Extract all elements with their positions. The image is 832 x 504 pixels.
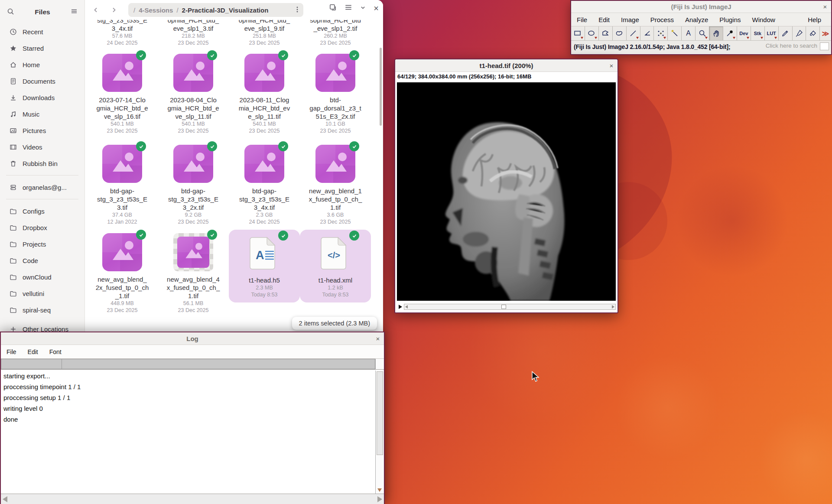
sidebar-item-vellutini[interactable]: vellutini xyxy=(3,285,81,302)
dev-tool[interactable]: Dev xyxy=(737,26,751,40)
menu-process[interactable]: Process xyxy=(645,16,679,23)
chevron-down-icon[interactable] xyxy=(360,4,366,12)
mri-image-canvas[interactable] xyxy=(397,82,616,301)
scroll-right-icon[interactable] xyxy=(377,496,382,502)
sidebar-item-dropbox[interactable]: Dropbox xyxy=(3,219,81,236)
imagej-titlebar[interactable]: (Fiji Is Just) ImageJ × xyxy=(571,0,831,13)
log-menu-font[interactable]: Font xyxy=(44,348,67,355)
close-window-icon[interactable]: × xyxy=(374,5,379,12)
file-item[interactable]: 2023-08-04_Clo gmia_HCR_btd_e ve_slp_11.… xyxy=(158,54,229,134)
file-item[interactable]: sophila_HCR_btd _eve_slp1_2.tif 260.2 MB… xyxy=(300,20,371,46)
files-scrollbar[interactable] xyxy=(380,48,382,126)
sync-check-badge xyxy=(278,231,288,241)
file-item-selected[interactable]: A t1-head.h5 2.3 MB Today 8:53 xyxy=(229,230,300,302)
scroll-right-icon[interactable] xyxy=(612,305,614,309)
breadcrumb-current[interactable]: 2-Practical-3D_Visualization xyxy=(182,7,269,14)
angle-tool[interactable] xyxy=(640,26,654,40)
forward-button[interactable] xyxy=(107,3,121,16)
close-icon[interactable]: × xyxy=(605,62,618,69)
hand-tool-selected[interactable] xyxy=(709,26,723,40)
sidebar-item-downloads[interactable]: Downloads xyxy=(3,89,81,106)
slice-scrollbar[interactable] xyxy=(404,304,616,310)
file-item[interactable]: new_avg_blend_1 x_fused_tp_0_ch_ 1.tif 3… xyxy=(300,145,371,225)
zoom-tool[interactable] xyxy=(696,26,709,40)
log-menu-edit[interactable]: Edit xyxy=(22,348,44,355)
sidebar-item-home[interactable]: Home xyxy=(3,56,81,73)
sidebar-item-spiral-seq[interactable]: spiral-seq xyxy=(3,302,81,318)
scroll-down-icon[interactable] xyxy=(377,488,382,492)
breadcrumb[interactable]: / 4-Sessions / 2-Practical-3D_Visualizat… xyxy=(128,3,303,17)
back-button[interactable] xyxy=(88,3,103,16)
log-menu-file[interactable]: File xyxy=(1,348,22,355)
sidebar-item-rubbish-bin[interactable]: Rubbish Bin xyxy=(3,155,81,172)
scroll-left-icon[interactable] xyxy=(405,305,408,309)
file-item[interactable]: btd- gap_dorsal1_z3_t 51s_E3_2x.tif 10.1… xyxy=(300,54,371,134)
play-icon[interactable] xyxy=(397,304,404,309)
breadcrumb-menu-icon[interactable] xyxy=(296,6,298,14)
file-item[interactable]: 2023-07-14_Clo gmia_HCR_btd_e ve_slp_16.… xyxy=(87,54,158,134)
menu-help[interactable]: Help xyxy=(802,16,827,23)
menu-edit[interactable]: Edit xyxy=(593,16,615,23)
image-window-titlebar[interactable]: t1-head.tif (200%) × xyxy=(395,59,618,72)
sidebar-item-owncloud[interactable]: ownCloud xyxy=(3,269,81,285)
sidebar-item-remote-organelas[interactable]: organelas@g... xyxy=(3,179,81,195)
paintbrush-tool[interactable] xyxy=(793,26,806,40)
sidebar-item-pictures[interactable]: Pictures xyxy=(3,122,81,139)
menu-analyze[interactable]: Analyze xyxy=(679,16,714,23)
breadcrumb-parent[interactable]: 4-Sessions xyxy=(139,7,173,14)
menu-image[interactable]: Image xyxy=(615,16,645,23)
more-tools-icon[interactable]: ≫ xyxy=(820,26,831,40)
list-view-icon[interactable] xyxy=(344,3,352,13)
menu-file[interactable]: File xyxy=(571,16,593,23)
color-picker-tool[interactable] xyxy=(723,26,737,40)
close-icon[interactable]: × xyxy=(819,3,831,10)
wand-tool[interactable] xyxy=(668,26,682,40)
polygon-tool[interactable] xyxy=(599,26,613,40)
file-item[interactable]: stg_3_z3_t53s_E 3_4x.tif 57.6 MB 24 Dec … xyxy=(87,20,158,46)
slice-scrollbar-thumb[interactable] xyxy=(501,305,506,309)
sidebar-item-projects[interactable]: Projects xyxy=(3,236,81,252)
search-field-placeholder[interactable]: Click here to search xyxy=(766,42,817,49)
file-item-selected[interactable]: </> t1-head.xml 1.2 kB Today 8:53 xyxy=(300,230,371,302)
scroll-left-icon[interactable] xyxy=(3,496,7,502)
sidebar-item-recent[interactable]: Recent xyxy=(3,23,81,40)
log-vscroll-thumb[interactable] xyxy=(377,371,383,455)
stack-tool[interactable]: Stk xyxy=(751,26,765,40)
sidebar-item-documents[interactable]: Documents xyxy=(3,73,81,89)
line-tool[interactable] xyxy=(627,26,640,40)
sidebar-item-configs[interactable]: Configs xyxy=(3,203,81,219)
menu-window[interactable]: Window xyxy=(747,16,781,23)
flood-fill-tool[interactable] xyxy=(806,26,820,40)
search-input[interactable] xyxy=(820,42,829,50)
file-item[interactable]: new_avg_blend_ 2x_fused_tp_0_ch _1.tif 4… xyxy=(87,233,158,314)
log-vertical-scrollbar[interactable] xyxy=(375,371,384,494)
file-item[interactable]: 2023-08-11_Clog mia_HCR_btd_ev e_slp_11.… xyxy=(229,54,300,134)
file-item[interactable]: ophila_HCR_btd_ eve_slp1_3.tif 218.2 MB … xyxy=(158,20,229,46)
pencil-tool[interactable] xyxy=(779,26,793,40)
log-titlebar[interactable]: Log × xyxy=(1,332,384,345)
search-icon[interactable] xyxy=(7,8,14,17)
text-tool[interactable]: A xyxy=(682,26,696,40)
oval-tool[interactable] xyxy=(585,26,599,40)
sidebar-item-music[interactable]: Music xyxy=(3,106,81,122)
log-horizontal-scrollbar[interactable] xyxy=(1,494,384,504)
file-item[interactable]: btd-gap- stg_3_z3_t53s_E 3.tif 37.4 GB 1… xyxy=(87,145,158,225)
sidebar-item-code[interactable]: Code xyxy=(3,252,81,269)
lut-tool[interactable]: LUT xyxy=(765,26,779,40)
file-item[interactable]: btd-gap- stg_3_z3_t53s_E 3_2x.tif 9.2 GB… xyxy=(158,145,229,225)
folder-icon xyxy=(10,273,17,281)
point-tool[interactable] xyxy=(654,26,668,40)
file-item[interactable]: new_avg_blend_4 x_fused_tp_0_ch_ 1.tif 5… xyxy=(158,233,229,314)
sidebar-item-videos[interactable]: Videos xyxy=(3,139,81,155)
freehand-tool[interactable] xyxy=(613,26,627,40)
menu-plugins[interactable]: Plugins xyxy=(714,16,746,23)
sidebar-item-starred[interactable]: Starred xyxy=(3,40,81,56)
file-item[interactable]: btd-gap- stg_3_z3_t53s_E 3_4x.tif 2.3 GB… xyxy=(229,145,300,225)
rectangle-tool[interactable] xyxy=(571,26,585,40)
file-item[interactable]: ophila_HCR_btd_ eve_slp1_9.tif 251.8 MB … xyxy=(229,20,300,46)
log-scrollbar-top[interactable] xyxy=(375,359,384,369)
copy-location-icon[interactable] xyxy=(329,3,337,13)
menu-icon[interactable] xyxy=(71,8,78,16)
close-icon[interactable]: × xyxy=(372,335,384,342)
log-text-area[interactable]: starting export... proccessing timepoint… xyxy=(1,371,375,494)
